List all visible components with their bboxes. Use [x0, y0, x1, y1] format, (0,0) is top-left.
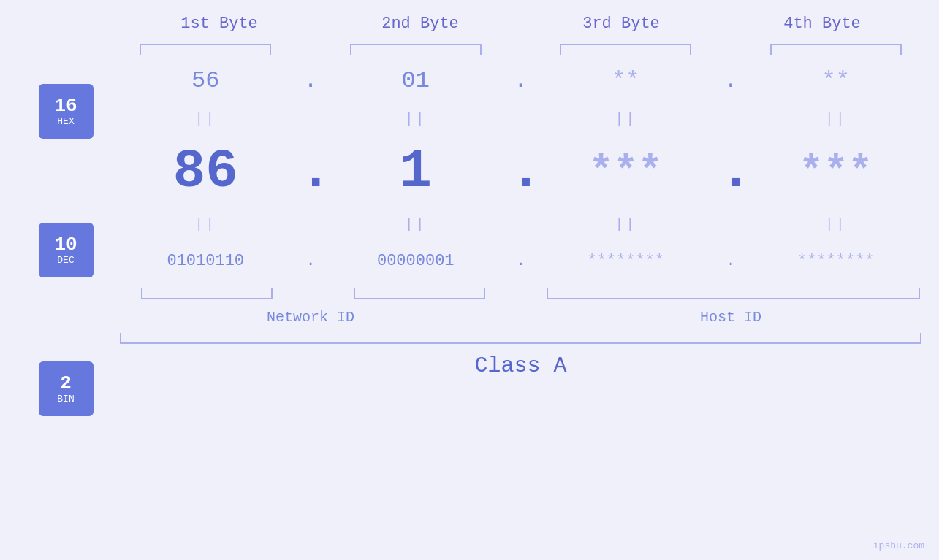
bin-badge: 2 BIN — [39, 361, 94, 416]
bin-b2: 00000001 — [322, 252, 510, 270]
hex-dot1: . — [300, 67, 322, 94]
hex-badge-num: 16 — [54, 96, 77, 117]
byte4-header: 4th Byte — [742, 15, 902, 33]
sep-row-1: || || || || — [112, 106, 930, 131]
labels-col: 16 HEX 10 DEC 2 BIN — [9, 40, 112, 416]
byte1-header: 1st Byte — [139, 15, 300, 33]
hex-dot3: . — [720, 67, 742, 94]
dec-dot2: . — [510, 141, 532, 202]
sep1-c4: || — [742, 110, 930, 127]
main-grid: 16 HEX 10 DEC 2 BIN — [9, 40, 930, 416]
bin-row: 01010110 . 00000001 . ******** . *******… — [112, 237, 930, 285]
hex-b3: ** — [532, 67, 721, 94]
sep1-c2: || — [322, 110, 510, 127]
sep2-c4: || — [742, 216, 930, 233]
bin-b3: ******** — [532, 252, 721, 270]
bin-dot3: . — [720, 252, 742, 270]
dec-b1: 86 — [112, 141, 300, 202]
sep2-c3: || — [532, 216, 721, 233]
class-a-row: Class A — [112, 353, 930, 378]
bin-badge-num: 2 — [60, 373, 72, 394]
top-brackets — [112, 40, 930, 55]
bin-dot1: . — [300, 252, 322, 270]
sep2-c1: || — [112, 216, 300, 233]
byte2-header: 2nd Byte — [340, 15, 501, 33]
hex-b2: 01 — [322, 67, 510, 94]
dec-badge: 10 DEC — [39, 223, 94, 277]
byte-headers: 1st Byte 2nd Byte 3rd Byte 4th Byte — [119, 15, 923, 33]
dec-dot3: . — [720, 141, 742, 202]
bin-b1: 01010110 — [112, 252, 300, 270]
hex-row: 56 . 01 . ** . ** — [112, 55, 930, 106]
hex-b4: ** — [742, 67, 930, 94]
dec-dot1: . — [300, 141, 322, 202]
sep2-c2: || — [322, 216, 510, 233]
class-bracket — [112, 333, 930, 348]
byte3-header: 3rd Byte — [541, 15, 702, 33]
bin-badge-label: BIN — [57, 394, 74, 404]
watermark: ipshu.com — [873, 540, 924, 551]
sep-row-2: || || || || — [112, 212, 930, 237]
bin-dot2: . — [510, 252, 532, 270]
dec-b2: 1 — [322, 141, 510, 202]
hex-badge: 16 HEX — [39, 84, 94, 139]
id-labels-row: Network ID Host ID — [112, 309, 930, 326]
dec-b4: *** — [742, 148, 930, 195]
dec-badge-num: 10 — [54, 234, 77, 256]
host-id-label: Host ID — [532, 309, 930, 326]
sep1-c1: || — [112, 110, 300, 127]
dec-badge-label: DEC — [57, 255, 74, 266]
network-id-label: Network ID — [112, 309, 510, 326]
data-area: 56 . 01 . ** . ** || || || || 86 — [112, 40, 930, 378]
bin-b4: ******** — [742, 252, 930, 270]
bottom-brackets — [112, 288, 930, 303]
hex-badge-label: HEX — [57, 116, 74, 127]
dec-row: 86 . 1 . *** . *** — [112, 131, 930, 212]
class-a-label: Class A — [474, 353, 566, 378]
main-container: 1st Byte 2nd Byte 3rd Byte 4th Byte 16 H… — [0, 0, 939, 560]
dec-b3: *** — [532, 148, 721, 195]
hex-b1: 56 — [112, 67, 300, 94]
sep1-c3: || — [532, 110, 721, 127]
hex-dot2: . — [510, 67, 532, 94]
